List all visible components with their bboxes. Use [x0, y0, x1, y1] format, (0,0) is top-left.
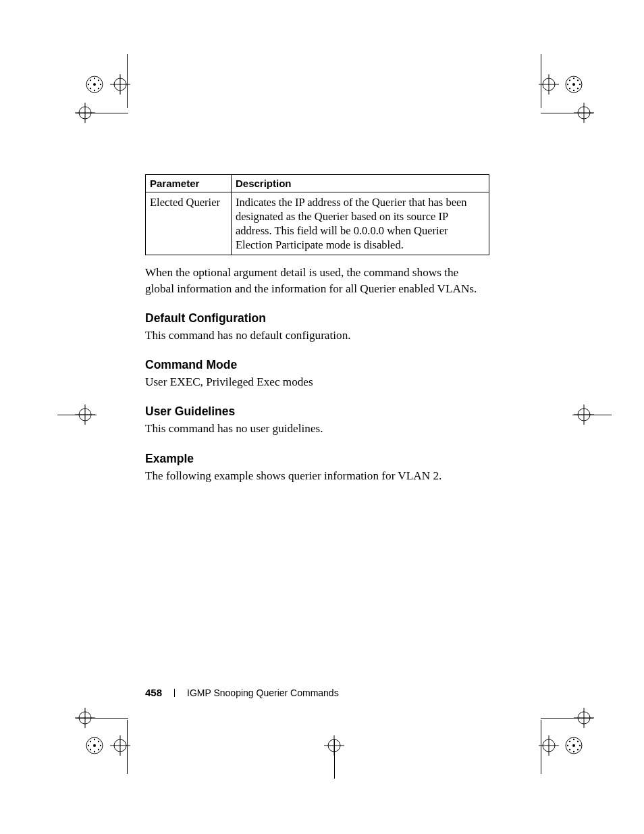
crop-mark: [57, 415, 97, 415]
svg-point-0: [114, 78, 126, 90]
registration-mark-icon: [85, 75, 104, 94]
body-command-mode: User EXEC, Privileged Exec modes: [145, 374, 489, 390]
svg-point-7: [88, 84, 89, 85]
svg-point-10: [98, 80, 99, 81]
heading-command-mode: Command Mode: [145, 358, 489, 372]
svg-point-68: [579, 745, 581, 746]
svg-point-49: [94, 739, 95, 740]
svg-point-6: [94, 90, 95, 91]
svg-point-12: [98, 88, 99, 89]
table-header-row: Parameter Description: [146, 175, 489, 192]
crop-mark: [541, 718, 593, 719]
svg-point-70: [577, 741, 579, 742]
content-area: Parameter Description Elected Querier In…: [145, 174, 489, 484]
heading-user-guidelines: User Guidelines: [145, 405, 489, 419]
svg-point-9: [90, 80, 91, 81]
table-row: Elected Querier Indicates the IP address…: [146, 192, 489, 255]
registration-mark-icon: [564, 75, 583, 94]
svg-point-71: [569, 749, 570, 750]
svg-point-28: [577, 88, 579, 89]
svg-point-64: [572, 744, 575, 747]
svg-point-20: [572, 83, 575, 86]
crop-mark: [127, 720, 128, 774]
svg-point-50: [94, 751, 95, 752]
heading-example: Example: [145, 452, 489, 466]
table-cell-parameter: Elected Querier: [146, 192, 232, 255]
svg-point-66: [573, 751, 574, 752]
svg-point-44: [114, 739, 126, 752]
svg-point-72: [577, 749, 579, 750]
svg-point-60: [543, 739, 555, 752]
crop-mark: [541, 720, 541, 774]
svg-point-63: [566, 737, 582, 754]
table-header-parameter: Parameter: [146, 175, 232, 192]
svg-point-69: [569, 741, 570, 742]
crop-mark: [127, 54, 128, 108]
footer-title: IGMP Snooping Querier Commands: [187, 687, 339, 698]
svg-point-47: [86, 737, 103, 754]
registration-mark-icon: [539, 74, 559, 95]
svg-point-21: [573, 78, 574, 79]
svg-point-25: [569, 80, 570, 81]
svg-point-4: [93, 83, 96, 86]
page: Parameter Description Elected Querier In…: [0, 0, 644, 834]
crop-mark: [334, 739, 335, 779]
svg-point-53: [90, 741, 91, 742]
svg-point-11: [90, 88, 91, 89]
crop-mark: [541, 54, 541, 108]
crop-mark: [572, 415, 612, 415]
footer-separator: [174, 689, 175, 697]
page-number: 458: [145, 687, 162, 698]
svg-point-27: [569, 88, 570, 89]
registration-mark-icon: [564, 736, 583, 755]
crop-mark: [541, 113, 593, 113]
svg-point-22: [573, 90, 574, 91]
intro-paragraph: When the optional argument detail is use…: [145, 265, 489, 296]
table-header-description: Description: [232, 175, 489, 192]
registration-mark-icon: [85, 736, 104, 755]
table-cell-description: Indicates the IP address of the Querier …: [232, 192, 489, 255]
svg-point-3: [86, 76, 103, 93]
parameter-table: Parameter Description Elected Querier In…: [145, 174, 489, 255]
crop-mark: [76, 113, 128, 113]
svg-point-16: [543, 78, 555, 90]
svg-point-26: [577, 80, 579, 81]
svg-point-23: [567, 84, 568, 85]
svg-point-19: [566, 76, 582, 93]
page-footer: 458 IGMP Snooping Querier Commands: [145, 687, 496, 698]
svg-point-56: [98, 749, 99, 750]
svg-point-55: [90, 749, 91, 750]
svg-point-52: [100, 745, 101, 746]
svg-point-48: [93, 744, 96, 747]
svg-point-24: [579, 84, 581, 85]
svg-point-5: [94, 78, 95, 79]
crop-mark: [76, 718, 128, 719]
body-user-guidelines: This command has no user guidelines.: [145, 421, 489, 436]
body-default-configuration: This command has no default configuratio…: [145, 328, 489, 343]
svg-point-8: [100, 84, 101, 85]
registration-mark-icon: [539, 735, 559, 756]
svg-point-51: [88, 745, 89, 746]
heading-default-configuration: Default Configuration: [145, 311, 489, 325]
svg-point-67: [567, 745, 568, 746]
svg-point-54: [98, 741, 99, 742]
svg-point-65: [573, 739, 574, 740]
body-example: The following example shows querier info…: [145, 468, 489, 484]
